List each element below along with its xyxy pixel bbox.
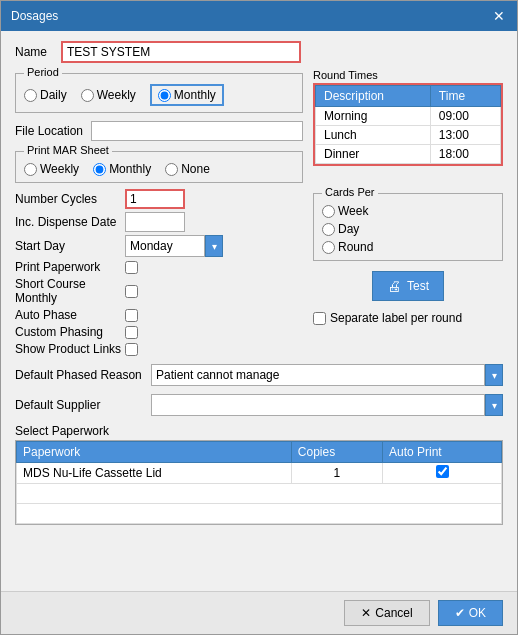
round-times-box: Description Time Morning 09:00 Lunch	[313, 83, 503, 166]
ok-button[interactable]: ✔ OK	[438, 600, 503, 626]
pw-row-copies: 1	[291, 463, 382, 484]
inc-dispense-label: Inc. Dispense Date	[15, 215, 125, 229]
print-mar-weekly[interactable]: Weekly	[24, 162, 79, 176]
ok-label: OK	[469, 606, 486, 620]
phased-reason-wrapper: Patient cannot manage ▾	[151, 364, 503, 386]
inc-dispense-input[interactable]	[125, 212, 185, 232]
custom-phasing-checkbox[interactable]	[125, 326, 138, 339]
period-daily[interactable]: Daily	[24, 88, 67, 102]
period-group: Period Daily Weekly Monthly	[15, 73, 303, 113]
footer: ✕ Cancel ✔ OK	[1, 591, 517, 634]
rt-dinner-desc: Dinner	[316, 145, 431, 164]
round-times-table: Description Time Morning 09:00 Lunch	[315, 85, 501, 164]
pw-row-auto-print	[383, 463, 502, 484]
pw-row-name: MDS Nu-Life Cassette Lid	[17, 463, 292, 484]
paperwork-section: Select Paperwork Paperwork Copies Auto P…	[15, 424, 503, 581]
rt-col-time: Time	[430, 86, 500, 107]
pw-empty-cell	[17, 504, 502, 524]
file-location-input[interactable]	[91, 121, 303, 141]
start-day-row: Start Day Monday Tuesday Wednesday Thurs…	[15, 235, 303, 257]
print-mar-weekly-label: Weekly	[40, 162, 79, 176]
period-weekly-label: Weekly	[97, 88, 136, 102]
table-row: MDS Nu-Life Cassette Lid 1	[17, 463, 502, 484]
dosages-window: Dosages ✕ Name Period Daily	[0, 0, 518, 635]
right-mid-section: Cards Per Week Day Round	[313, 189, 503, 356]
titlebar: Dosages ✕	[1, 1, 517, 31]
cancel-icon: ✕	[361, 606, 371, 620]
default-phased-reason-select[interactable]: Patient cannot manage	[151, 364, 485, 386]
phased-reason-arrow-icon: ▾	[492, 370, 497, 381]
start-day-select-wrapper: Monday Tuesday Wednesday Thursday Friday…	[125, 235, 223, 257]
start-day-select[interactable]: Monday Tuesday Wednesday Thursday Friday…	[125, 235, 205, 257]
period-monthly[interactable]: Monthly	[150, 84, 224, 106]
custom-phasing-label: Custom Phasing	[15, 325, 125, 339]
cards-day[interactable]: Day	[322, 222, 494, 236]
period-monthly-label: Monthly	[174, 88, 216, 102]
show-product-links-label: Show Product Links	[15, 342, 125, 356]
content-area: Name Period Daily Weekly	[1, 31, 517, 591]
cards-day-label: Day	[338, 222, 359, 236]
rt-lunch-desc: Lunch	[316, 126, 431, 145]
top-section: Period Daily Weekly Monthly	[15, 69, 503, 183]
pw-auto-print-checkbox[interactable]	[436, 465, 449, 478]
separate-label-checkbox[interactable]	[313, 312, 326, 325]
print-paperwork-checkbox[interactable]	[125, 261, 138, 274]
print-mar-radio-group: Weekly Monthly None	[24, 158, 294, 176]
cards-round[interactable]: Round	[322, 240, 494, 254]
cards-week-label: Week	[338, 204, 368, 218]
short-course-checkbox[interactable]	[125, 285, 138, 298]
cards-week[interactable]: Week	[322, 204, 494, 218]
number-cycles-input[interactable]	[125, 189, 185, 209]
print-mar-title: Print MAR Sheet	[24, 144, 112, 156]
custom-phasing-row: Custom Phasing	[15, 325, 303, 339]
form-grid: Number Cycles Inc. Dispense Date Start D…	[15, 189, 303, 356]
print-paperwork-label: Print Paperwork	[15, 260, 125, 274]
number-cycles-row: Number Cycles	[15, 189, 303, 209]
table-row: Dinner 18:00	[316, 145, 501, 164]
phased-reason-arrow[interactable]: ▾	[485, 364, 503, 386]
auto-phase-checkbox[interactable]	[125, 309, 138, 322]
inc-dispense-row: Inc. Dispense Date	[15, 212, 303, 232]
paperwork-label: Select Paperwork	[15, 424, 503, 438]
short-course-row: Short Course Monthly	[15, 277, 303, 305]
test-button[interactable]: 🖨 Test	[372, 271, 444, 301]
name-input[interactable]	[61, 41, 301, 63]
default-supplier-label: Default Supplier	[15, 398, 145, 412]
short-course-label: Short Course Monthly	[15, 277, 125, 305]
supplier-arrow-icon: ▾	[492, 400, 497, 411]
ok-icon: ✔	[455, 606, 465, 620]
period-radio-group: Daily Weekly Monthly	[24, 80, 294, 106]
table-row: Lunch 13:00	[316, 126, 501, 145]
print-mar-none[interactable]: None	[165, 162, 210, 176]
print-mar-group: Print MAR Sheet Weekly Monthly None	[15, 151, 303, 183]
rt-col-description: Description	[316, 86, 431, 107]
separate-label-row: Separate label per round	[313, 311, 503, 325]
supplier-arrow[interactable]: ▾	[485, 394, 503, 416]
default-supplier-row: Default Supplier ▾	[15, 394, 503, 416]
rt-morning-desc: Morning	[316, 107, 431, 126]
name-row: Name	[15, 41, 503, 63]
start-day-arrow: ▾	[205, 235, 223, 257]
paperwork-table-wrapper: Paperwork Copies Auto Print MDS Nu-Life …	[15, 440, 503, 525]
cards-radio-group: Week Day Round	[322, 200, 494, 254]
round-times-title: Round Times	[313, 69, 503, 81]
show-product-links-checkbox[interactable]	[125, 343, 138, 356]
print-mar-monthly[interactable]: Monthly	[93, 162, 151, 176]
mid-section: Number Cycles Inc. Dispense Date Start D…	[15, 189, 503, 356]
default-phased-reason-row: Default Phased Reason Patient cannot man…	[15, 364, 503, 386]
cards-per-box: Cards Per Week Day Round	[313, 193, 503, 261]
cards-round-label: Round	[338, 240, 373, 254]
separate-label-text: Separate label per round	[330, 311, 462, 325]
supplier-wrapper: ▾	[151, 394, 503, 416]
table-row	[17, 504, 502, 524]
name-label: Name	[15, 45, 55, 59]
default-supplier-select[interactable]	[151, 394, 485, 416]
window-title: Dosages	[11, 9, 58, 23]
printer-icon: 🖨	[387, 278, 401, 294]
rt-morning-time: 09:00	[430, 107, 500, 126]
period-weekly[interactable]: Weekly	[81, 88, 136, 102]
auto-phase-label: Auto Phase	[15, 308, 125, 322]
cancel-button[interactable]: ✕ Cancel	[344, 600, 429, 626]
close-button[interactable]: ✕	[491, 9, 507, 23]
print-mar-monthly-label: Monthly	[109, 162, 151, 176]
